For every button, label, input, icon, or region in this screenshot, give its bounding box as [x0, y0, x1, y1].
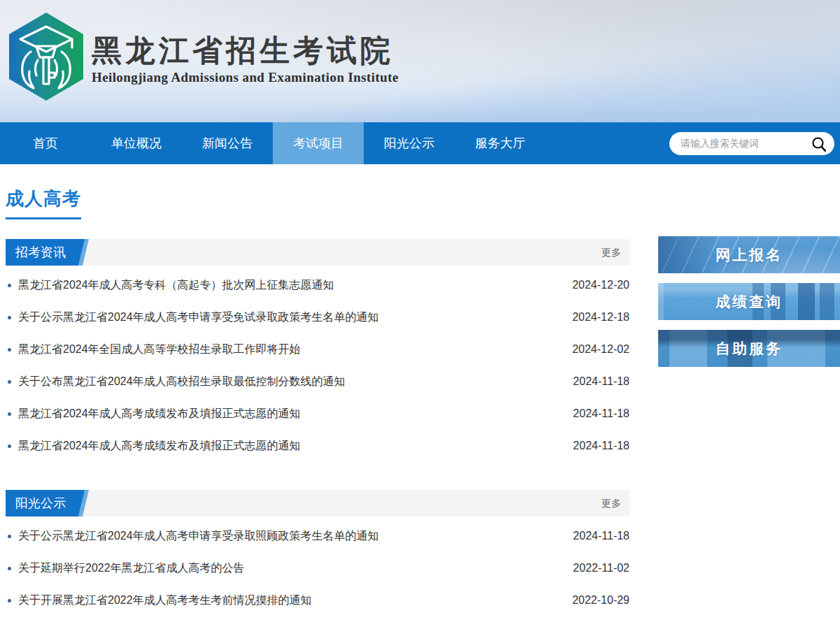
- news-title[interactable]: 黑龙江省2024年成人高考成绩发布及填报正式志愿的通知: [18, 407, 559, 421]
- quick-links-sidebar: 网上报名 成绩查询 自助服务: [658, 236, 840, 377]
- news-date: 2024-11-18: [573, 407, 629, 420]
- site-banner: 黑龙江省招生考试院 Heilongjiang Admissions and Ex…: [0, 0, 840, 122]
- search-button[interactable]: [811, 136, 827, 152]
- news-date: 2024-11-18: [573, 440, 629, 452]
- news-title[interactable]: 关于公布黑龙江省2024年成人高校招生录取最低控制分数线的通知: [18, 375, 559, 389]
- bullet-dot-icon: [8, 567, 11, 570]
- news-date: 2022-10-29: [572, 594, 629, 607]
- bullet-dot-icon: [8, 348, 11, 352]
- more-link-sunshine-publicity[interactable]: 更多: [601, 490, 621, 516]
- sidebar-button-online-registration[interactable]: 网上报名: [658, 236, 840, 273]
- more-link-admissions-info[interactable]: 更多: [601, 239, 621, 266]
- news-title[interactable]: 关于公示黑龙江省2024年成人高考申请享受录取照顾政策考生名单的通知: [18, 529, 559, 544]
- brand-text: 黑龙江省招生考试院 Heilongjiang Admissions and Ex…: [92, 35, 399, 85]
- bullet-dot-icon: [8, 599, 11, 602]
- news-title[interactable]: 关于开展黑龙江省2022年成人高考考生考前情况摸排的通知: [18, 593, 558, 608]
- page-title: 成人高考: [6, 187, 81, 219]
- institute-logo[interactable]: [7, 11, 85, 102]
- news-title[interactable]: 关于公示黑龙江省2024年成人高考申请享受免试录取政策考生名单的通知: [18, 310, 558, 325]
- section-header-sunshine-publicity: 阳光公示 更多: [6, 490, 629, 516]
- nav-list: 首页 单位概况 新闻公告 考试项目 阳光公示 服务大厅: [0, 122, 546, 164]
- main-content: 成人高考 招考资讯 更多 黑龙江省2024年成人高考专科（高起专）批次网上征集志…: [0, 164, 840, 616]
- site-title-english: Heilongjiang Admissions and Examination …: [92, 70, 399, 85]
- bullet-dot-icon: [8, 412, 11, 416]
- news-date: 2022-11-02: [573, 562, 629, 574]
- news-date: 2024-12-20: [572, 279, 629, 291]
- news-item[interactable]: 关于公示黑龙江省2024年成人高考申请享受录取照顾政策考生名单的通知 2024-…: [6, 520, 629, 552]
- nav-item-home[interactable]: 首页: [0, 122, 91, 164]
- news-item[interactable]: 关于开展黑龙江省2022年成人高考考生考前情况摸排的通知 2022-10-29: [6, 584, 629, 616]
- search-input[interactable]: [669, 132, 834, 155]
- search-icon: [811, 136, 827, 152]
- sidebar-button-score-inquiry[interactable]: 成绩查询: [658, 283, 840, 320]
- nav-item-exam-projects[interactable]: 考试项目: [273, 122, 364, 164]
- bullet-dot-icon: [8, 535, 11, 538]
- section-header-admissions-info: 招考资讯 更多: [6, 239, 629, 266]
- sidebar-button-label: 网上报名: [716, 245, 783, 265]
- main-navigation: 首页 单位概况 新闻公告 考试项目 阳光公示 服务大厅: [0, 122, 840, 164]
- bullet-dot-icon: [8, 444, 11, 448]
- news-date: 2024-12-18: [572, 311, 629, 324]
- news-date: 2024-12-02: [572, 343, 629, 356]
- news-item[interactable]: 关于延期举行2022年黑龙江省成人高考的公告 2022-11-02: [6, 552, 629, 584]
- news-item[interactable]: 黑龙江省2024年成人高考专科（高起专）批次网上征集志愿通知 2024-12-2…: [6, 269, 629, 301]
- news-date: 2024-11-18: [573, 375, 629, 388]
- section-tab-admissions-info: 招考资讯: [6, 239, 85, 266]
- news-item[interactable]: 黑龙江省2024年全国成人高等学校招生录取工作即将开始 2024-12-02: [6, 333, 629, 366]
- site-title: 黑龙江省招生考试院: [92, 35, 399, 66]
- bullet-dot-icon: [8, 284, 11, 287]
- bullet-dot-icon: [8, 316, 11, 319]
- news-title[interactable]: 黑龙江省2024年成人高考专科（高起专）批次网上征集志愿通知: [18, 278, 558, 293]
- news-column: 招考资讯 更多 黑龙江省2024年成人高考专科（高起专）批次网上征集志愿通知 2…: [6, 239, 629, 616]
- nav-item-service-hall[interactable]: 服务大厅: [455, 122, 546, 164]
- search-box: [669, 132, 834, 155]
- news-item[interactable]: 黑龙江省2024年成人高考成绩发布及填报正式志愿的通知 2024-11-18: [6, 430, 629, 462]
- news-title[interactable]: 黑龙江省2024年全国成人高等学校招生录取工作即将开始: [18, 342, 558, 357]
- nav-item-about[interactable]: 单位概况: [91, 122, 182, 164]
- news-date: 2024-11-18: [573, 530, 629, 542]
- nav-item-news[interactable]: 新闻公告: [182, 122, 273, 164]
- news-title[interactable]: 黑龙江省2024年成人高考成绩发布及填报正式志愿的通知: [18, 439, 559, 454]
- news-item[interactable]: 关于公示黑龙江省2024年成人高考申请享受免试录取政策考生名单的通知 2024-…: [6, 301, 629, 333]
- bullet-dot-icon: [8, 380, 11, 384]
- news-list-admissions-info: 黑龙江省2024年成人高考专科（高起专）批次网上征集志愿通知 2024-12-2…: [6, 266, 629, 462]
- sidebar-button-label: 成绩查询: [716, 292, 783, 312]
- news-item[interactable]: 黑龙江省2024年成人高考成绩发布及填报正式志愿的通知 2024-11-18: [6, 398, 629, 430]
- news-list-sunshine-publicity: 关于公示黑龙江省2024年成人高考申请享受录取照顾政策考生名单的通知 2024-…: [6, 516, 629, 616]
- sidebar-button-self-service[interactable]: 自助服务: [658, 330, 840, 367]
- news-item[interactable]: 关于公布黑龙江省2024年成人高校招生录取最低控制分数线的通知 2024-11-…: [6, 366, 629, 398]
- news-title[interactable]: 关于延期举行2022年黑龙江省成人高考的公告: [18, 561, 559, 576]
- nav-item-sunshine-publicity[interactable]: 阳光公示: [364, 122, 455, 164]
- sidebar-button-label: 自助服务: [716, 339, 783, 359]
- section-tab-sunshine-publicity: 阳光公示: [6, 490, 85, 516]
